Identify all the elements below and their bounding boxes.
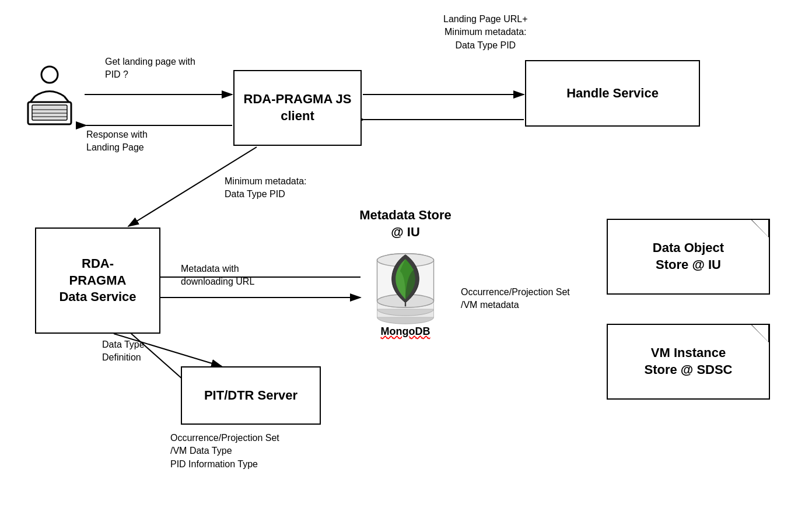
- rda-pragma-js-label: RDA-PRAGMA JS client: [235, 91, 360, 124]
- pit-occurrence-label: Occurrence/Projection Set/VM Data TypePI…: [170, 432, 279, 471]
- pit-dtr-label: PIT/DTR Server: [204, 387, 298, 404]
- handle-service-box: Handle Service: [525, 60, 700, 127]
- data-type-def-label: Data TypeDefinition: [102, 338, 145, 365]
- svg-rect-13: [32, 105, 67, 120]
- svg-point-11: [41, 66, 58, 83]
- pit-dtr-box: PIT/DTR Server: [181, 366, 321, 425]
- rda-pragma-data-box: RDA-PRAGMAData Service: [35, 228, 160, 334]
- minimum-metadata-label: Minimum metadata:Data Type PID: [225, 175, 307, 201]
- metadata-downloading-label: Metadata withdownloading URL: [181, 262, 254, 289]
- rda-pragma-js-box: RDA-PRAGMA JS client: [233, 70, 362, 146]
- vm-instance-store-label: VM InstanceStore @ SDSC: [644, 345, 732, 378]
- handle-service-label: Handle Service: [566, 85, 659, 102]
- response-landing-label: Response withLanding Page: [86, 128, 148, 155]
- user-icon: [18, 64, 82, 128]
- get-landing-page-label: Get landing page withPID ?: [105, 55, 195, 82]
- data-object-store-box: Data ObjectStore @ IU: [607, 219, 770, 295]
- mongodb-text-label: MongoDB: [359, 326, 452, 338]
- occurrence-vm-label: Occurrence/Projection Set/VM metadata: [461, 286, 570, 312]
- diagram: RDA-PRAGMA JS client Handle Service RDA-…: [0, 0, 812, 518]
- metadata-store-label: Metadata Store@ IU: [359, 207, 452, 240]
- landing-page-url-label: Landing Page URL+Minimum metadata:Data T…: [443, 13, 528, 52]
- data-object-store-label: Data ObjectStore @ IU: [653, 240, 724, 273]
- rda-pragma-data-label: RDA-PRAGMAData Service: [59, 256, 136, 306]
- vm-instance-store-box: VM InstanceStore @ SDSC: [607, 324, 770, 400]
- mongodb-container: Metadata Store@ IU: [359, 207, 452, 338]
